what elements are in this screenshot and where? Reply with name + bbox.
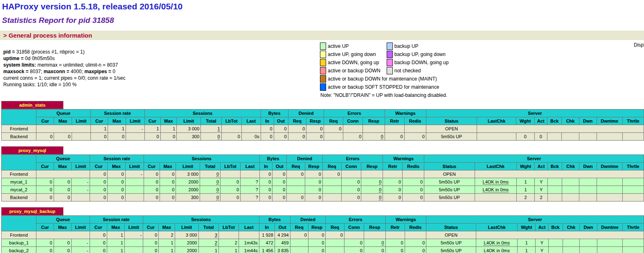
underlined-value: 0 bbox=[379, 179, 381, 185]
stat-cell: 0 bbox=[403, 194, 424, 202]
stat-cell: 0 bbox=[385, 247, 405, 253]
stat-cell: 0 bbox=[160, 194, 176, 202]
column-header-cur: Cur bbox=[90, 163, 108, 170]
column-group-errors: Errors bbox=[324, 110, 385, 117]
underlined-value: 1 bbox=[218, 126, 220, 132]
row-name-link-frontend[interactable]: Frontend bbox=[10, 172, 28, 177]
stat-cell: 2000 bbox=[175, 247, 198, 253]
table-row-proxy-mysql-backup-backup-1: backup_100-01012000221m43s472459000005m5… bbox=[2, 239, 644, 247]
stat-cell: 5m50s UP bbox=[426, 239, 476, 247]
stat-cell: 0 bbox=[144, 170, 160, 178]
column-header-lastchk: LastChk bbox=[475, 163, 516, 170]
stat-cell: 0 bbox=[385, 133, 404, 141]
stat-cell: 0 bbox=[341, 194, 361, 202]
column-group-bytes: Bytes bbox=[259, 155, 287, 163]
stat-cell bbox=[562, 194, 579, 202]
stat-cell bbox=[562, 133, 579, 141]
process-info-line: system limits: memmax = unlimited; ulimi… bbox=[3, 62, 320, 68]
process-info: pid = 31858 (process #1, nbproc = 1)upti… bbox=[0, 40, 320, 88]
row-name-cell: mycat_1 bbox=[2, 178, 36, 186]
proxy-name-tab: proxy_mysql bbox=[2, 147, 63, 154]
legend-label: active DOWN, going up bbox=[327, 59, 386, 66]
report-subtitle: Statistics Report for pid 31858 bbox=[2, 16, 644, 25]
stat-cell bbox=[124, 247, 143, 253]
stat-cell: OPEN bbox=[426, 125, 477, 133]
column-group-server: Server bbox=[426, 216, 644, 224]
row-name-link-frontend[interactable]: Frontend bbox=[10, 126, 28, 131]
stat-cell: L4OK in 0ms bbox=[475, 186, 516, 194]
stat-cell: 0 bbox=[90, 186, 108, 194]
row-name-link-backend[interactable]: Backend bbox=[10, 195, 28, 200]
stat-cell bbox=[476, 231, 644, 239]
proxy-name-link-proxy-mysql[interactable]: proxy_mysql bbox=[18, 148, 46, 153]
stat-cell: 2 bbox=[535, 194, 547, 202]
column-header-resp: Resp bbox=[305, 163, 322, 170]
column-header-limit: Limit bbox=[125, 163, 144, 170]
stat-cell: 0 bbox=[108, 186, 126, 194]
row-name-link-mycat-1[interactable]: mycat_1 bbox=[10, 179, 27, 184]
stat-cell: 0 bbox=[290, 231, 308, 239]
column-header-lbtot: LbTot bbox=[221, 163, 241, 170]
row-name-link-backup-1[interactable]: backup_1 bbox=[9, 240, 29, 245]
proxy-name-tab: admin_stats bbox=[2, 101, 63, 109]
stat-cell: 3 000 bbox=[175, 231, 198, 239]
stat-cell bbox=[622, 178, 644, 186]
legend-label: active or backup DOWN bbox=[327, 67, 386, 74]
legend-label: active or backup DOWN for maintenance (M… bbox=[327, 75, 454, 83]
column-header-req: Req bbox=[324, 117, 343, 125]
stat-cell: 0 bbox=[405, 239, 426, 247]
row-name-link-backup-2[interactable]: backup_2 bbox=[9, 248, 29, 253]
row-name-link-mycat-2[interactable]: mycat_2 bbox=[10, 187, 27, 192]
column-header-conn: Conn bbox=[344, 224, 364, 231]
stat-cell: 0s bbox=[241, 133, 261, 141]
column-header-status: Status bbox=[424, 163, 475, 170]
stat-cell: 0 bbox=[144, 178, 160, 186]
column-header-req: Req bbox=[290, 224, 308, 231]
column-group-bytes: Bytes bbox=[259, 216, 290, 224]
row-name-link-frontend[interactable]: Frontend bbox=[10, 233, 28, 237]
stat-cell: 0 bbox=[221, 133, 241, 141]
stat-cell bbox=[597, 247, 622, 253]
stat-cell: 0 bbox=[54, 194, 72, 202]
stat-cell: 3 000 bbox=[176, 170, 200, 178]
process-info-line: uptime = 0d 0h05m50s bbox=[3, 55, 320, 62]
column-header-in: In bbox=[259, 224, 275, 231]
proxy-name-tab: proxy_mysql_backup bbox=[2, 208, 63, 215]
underlined-value: 0 bbox=[216, 187, 219, 193]
stat-cell: 0 bbox=[274, 133, 288, 141]
column-header-cur: Cur bbox=[144, 117, 160, 125]
stat-cell: 0 bbox=[201, 133, 221, 141]
legend-swatch-active-up bbox=[320, 43, 326, 50]
column-header-status: Status bbox=[426, 224, 476, 231]
stat-cell: 0 bbox=[403, 186, 424, 194]
stat-cell: 0 bbox=[36, 247, 54, 253]
stat-cell: 0 bbox=[160, 178, 176, 186]
stat-cell bbox=[72, 194, 90, 202]
stat-cell: 0 bbox=[36, 194, 54, 202]
column-header-last: Last bbox=[241, 163, 260, 170]
proxy-tab-proxy-mysql-backup: proxy_mysql_backup bbox=[1, 207, 63, 215]
stat-cell bbox=[290, 239, 308, 247]
proxy-name-link-proxy-mysql-backup[interactable]: proxy_mysql_backup bbox=[9, 209, 56, 214]
column-header-max: Max bbox=[54, 163, 72, 170]
underlined-value: 0 bbox=[382, 248, 384, 253]
table-row-admin-stats-frontend: Frontend11-113 000100000OPEN bbox=[2, 125, 644, 133]
stat-cell: 0 bbox=[36, 178, 54, 186]
stat-cell bbox=[563, 247, 580, 253]
stat-cell bbox=[125, 194, 144, 202]
stat-cell: 0 bbox=[90, 133, 108, 141]
column-header-max: Max bbox=[54, 224, 71, 231]
row-name-cell: Frontend bbox=[2, 125, 36, 133]
haproxy-version-link[interactable]: HAProxy version 1.5.18, released 2016/05… bbox=[2, 2, 182, 11]
proxy-name-link-admin-stats[interactable]: admin_stats bbox=[19, 103, 45, 107]
stat-cell bbox=[597, 133, 622, 141]
column-group-queue: Queue bbox=[36, 155, 90, 163]
stat-cell: Y bbox=[535, 186, 547, 194]
stat-cell: 2000 bbox=[175, 239, 198, 247]
process-info-line: current conns = 1; current pipes = 0/0; … bbox=[3, 75, 320, 81]
row-name-link-backend[interactable]: Backend bbox=[10, 134, 28, 139]
column-header-cur: Cur bbox=[90, 224, 107, 231]
stat-cell: 4 294 bbox=[275, 231, 290, 239]
stat-cell: 2 bbox=[159, 231, 175, 239]
underlined-value: 0 bbox=[382, 240, 384, 246]
